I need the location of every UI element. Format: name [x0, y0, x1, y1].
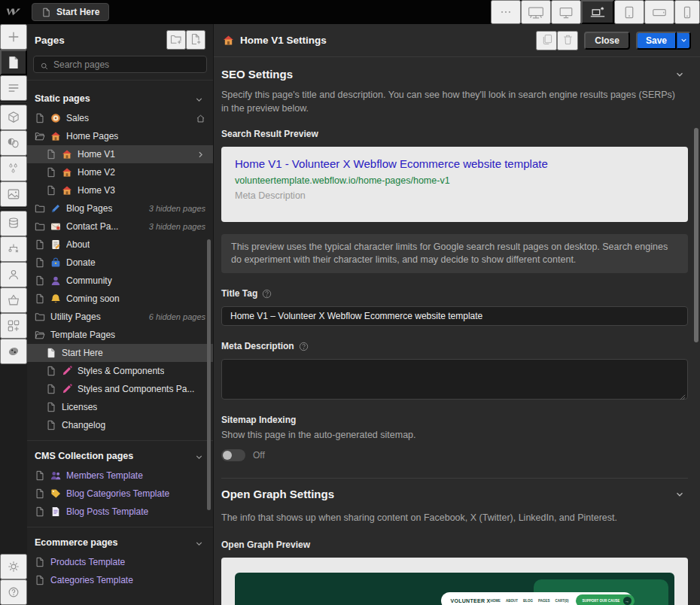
page-icon — [35, 470, 45, 481]
page-row-categories-template[interactable]: Categories Template — [27, 571, 213, 589]
page-row-products-template[interactable]: Products Template — [27, 553, 213, 571]
page-row-changelog[interactable]: Changelog — [27, 416, 213, 434]
meta-description-help-icon[interactable] — [299, 342, 309, 351]
search-icon — [40, 60, 49, 69]
pages-scrollbar[interactable] — [207, 239, 211, 510]
cms-panel-button[interactable] — [0, 211, 27, 236]
folder-open-icon — [35, 131, 45, 141]
page-row-template-pages[interactable]: Template Pages — [27, 326, 213, 344]
more-options-button[interactable] — [491, 0, 521, 24]
page-row-about[interactable]: About — [27, 236, 213, 254]
help-panel-button[interactable] — [0, 579, 27, 605]
page-icon — [35, 275, 45, 286]
resize-grip-icon[interactable] — [679, 390, 686, 397]
section-ecommerce-pages[interactable]: Ecommerce pages — [27, 532, 213, 553]
sitemap-toggle[interactable] — [221, 449, 245, 461]
page-row-sales[interactable]: Sales — [27, 109, 213, 127]
pages-panel-button[interactable] — [0, 50, 27, 75]
close-button[interactable]: Close — [584, 32, 630, 50]
og-nav-link: HOME — [491, 599, 501, 603]
assets-panel-button[interactable] — [0, 181, 27, 207]
serp-note: This preview uses the typical character … — [221, 234, 688, 273]
og-brand: VOLUNTEER X — [450, 598, 490, 603]
page-filled-icon — [46, 348, 56, 358]
doc-purple-icon — [50, 506, 61, 517]
page-icon — [46, 185, 56, 196]
left-toolbar — [0, 24, 27, 605]
search-pages-input[interactable] — [53, 59, 200, 70]
new-folder-button[interactable] — [166, 30, 186, 50]
users-panel-button[interactable] — [0, 262, 27, 287]
title-tag-input[interactable] — [221, 306, 688, 326]
breakpoint-mobile-portrait-button[interactable] — [674, 0, 700, 24]
page-row-coming-soon[interactable]: Coming soon — [27, 290, 213, 308]
page-row-licenses[interactable]: Licenses — [27, 398, 213, 416]
page-icon — [35, 506, 45, 517]
page-row-styles-and-components-pa[interactable]: Styles and Components Pa... — [27, 380, 213, 398]
open-page-tab[interactable]: Start Here — [32, 3, 109, 21]
components-panel-button[interactable] — [0, 105, 27, 130]
meta-description-textarea[interactable] — [221, 359, 688, 400]
save-dropdown-button[interactable] — [677, 32, 691, 50]
page-row-home-pages[interactable]: Home Pages — [27, 127, 213, 145]
pages-list: Static pagesSalesHome PagesHome V1Home V… — [27, 81, 213, 605]
breakpoint-large-button[interactable] — [551, 0, 581, 24]
og-nav-link: CART(0) — [555, 599, 568, 603]
duplicate-page-button[interactable] — [536, 31, 557, 50]
page-row-blog-posts-template[interactable]: Blog Posts Template — [27, 503, 213, 521]
breakpoint-xlarge-button[interactable] — [521, 0, 551, 24]
styles-panel-button[interactable] — [0, 130, 27, 156]
navigator-panel-button[interactable] — [0, 75, 27, 101]
add-elements-panel-button[interactable] — [0, 24, 27, 50]
page-row-contact-pa[interactable]: Contact Pa...3 hidden pages — [27, 217, 213, 236]
breakpoint-tablet-button[interactable] — [614, 0, 644, 24]
section-static-pages[interactable]: Static pages — [27, 88, 213, 109]
page-row-blog-categories-template[interactable]: Blog Categories Template — [27, 485, 213, 503]
new-page-button[interactable] — [186, 30, 205, 50]
page-row-utility-pages[interactable]: Utility Pages6 hidden pages — [27, 308, 213, 326]
save-button[interactable]: Save — [636, 32, 677, 50]
page-row-blog-pages[interactable]: Blog Pages3 hidden pages — [27, 199, 213, 217]
page-icon — [46, 384, 56, 394]
folder-icon — [35, 203, 45, 214]
settings-scrollbar[interactable] — [694, 128, 698, 342]
page-row-styles-components[interactable]: Styles & Components — [27, 362, 213, 380]
og-nav-link: BLOG — [523, 599, 533, 603]
webflow-logo-icon[interactable] — [0, 0, 27, 24]
page-row-community[interactable]: Community — [27, 272, 213, 290]
page-row-members-template[interactable]: Members Template — [27, 467, 213, 485]
section-cms-collection-pages[interactable]: CMS Collection pages — [27, 445, 213, 467]
delete-page-button[interactable] — [557, 31, 578, 50]
title-tag-help-icon[interactable] — [262, 289, 272, 299]
page-icon — [41, 8, 51, 17]
logic-panel-button[interactable] — [0, 236, 27, 262]
apps-panel-button[interactable] — [0, 313, 27, 339]
collapse-seo-icon[interactable] — [674, 69, 685, 80]
page-row-start-here[interactable]: Start Here — [27, 344, 213, 362]
sitemap-indexing-label: Sitemap Indexing — [221, 415, 296, 425]
sitemap-toggle-state: Off — [253, 450, 265, 461]
settings-scroll-area: SEO Settings Specify this page's title a… — [214, 57, 700, 605]
search-pages-box[interactable] — [33, 56, 207, 73]
ecommerce-panel-button[interactable] — [0, 287, 27, 313]
breakpoint-mobile-landscape-button[interactable] — [644, 0, 674, 24]
page-row-home-v3[interactable]: Home V3 — [27, 181, 213, 199]
meta-description-label: Meta Description — [221, 341, 294, 351]
collapse-og-icon[interactable] — [674, 489, 685, 500]
page-icon — [46, 366, 56, 376]
page-row-home-v1[interactable]: Home V1 — [27, 145, 213, 163]
bell-yellow-icon — [50, 293, 61, 304]
page-row-home-v2[interactable]: Home V2 — [27, 163, 213, 181]
og-nav-links: HOMEABOUTBLOGPAGESCART(0) — [491, 599, 569, 603]
page-row-donate[interactable]: Donate — [27, 254, 213, 272]
page-icon — [35, 239, 45, 250]
audit-panel-button[interactable] — [0, 339, 27, 364]
house-icon — [223, 35, 234, 46]
page-icon — [46, 420, 56, 430]
envelope-icon — [50, 221, 61, 232]
bag-blue-icon — [50, 257, 61, 268]
variables-panel-button[interactable] — [0, 156, 27, 181]
breakpoint-desktop-button[interactable] — [581, 0, 614, 24]
title-tag-label: Title Tag — [221, 288, 257, 299]
settings-panel-button[interactable] — [0, 554, 27, 579]
